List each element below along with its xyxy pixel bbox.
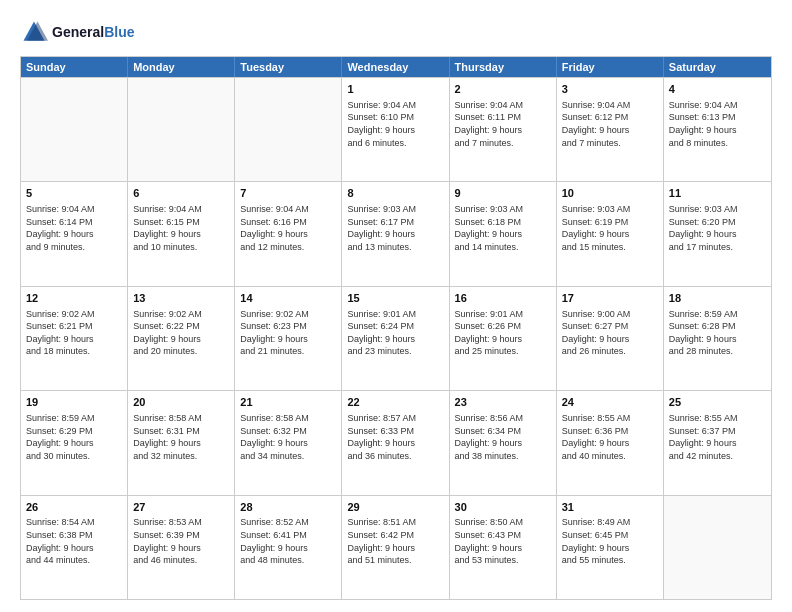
day-info: Sunrise: 8:49 AM Sunset: 6:45 PM Dayligh…	[562, 516, 658, 566]
day-cell-18: 18Sunrise: 8:59 AM Sunset: 6:28 PM Dayli…	[664, 287, 771, 390]
logo: GeneralBlue	[20, 18, 134, 46]
week-row-3: 12Sunrise: 9:02 AM Sunset: 6:21 PM Dayli…	[21, 286, 771, 390]
day-info: Sunrise: 8:55 AM Sunset: 6:37 PM Dayligh…	[669, 412, 766, 462]
day-cell-11: 11Sunrise: 9:03 AM Sunset: 6:20 PM Dayli…	[664, 182, 771, 285]
day-cell-8: 8Sunrise: 9:03 AM Sunset: 6:17 PM Daylig…	[342, 182, 449, 285]
day-number: 23	[455, 395, 551, 410]
day-number: 10	[562, 186, 658, 201]
day-cell-5: 5Sunrise: 9:04 AM Sunset: 6:14 PM Daylig…	[21, 182, 128, 285]
day-number: 5	[26, 186, 122, 201]
day-number: 31	[562, 500, 658, 515]
calendar-header: SundayMondayTuesdayWednesdayThursdayFrid…	[21, 57, 771, 77]
day-cell-22: 22Sunrise: 8:57 AM Sunset: 6:33 PM Dayli…	[342, 391, 449, 494]
day-cell-21: 21Sunrise: 8:58 AM Sunset: 6:32 PM Dayli…	[235, 391, 342, 494]
day-info: Sunrise: 9:03 AM Sunset: 6:17 PM Dayligh…	[347, 203, 443, 253]
page: GeneralBlue SundayMondayTuesdayWednesday…	[0, 0, 792, 612]
day-number: 20	[133, 395, 229, 410]
day-number: 17	[562, 291, 658, 306]
day-info: Sunrise: 9:01 AM Sunset: 6:26 PM Dayligh…	[455, 308, 551, 358]
day-cell-20: 20Sunrise: 8:58 AM Sunset: 6:31 PM Dayli…	[128, 391, 235, 494]
day-cell-4: 4Sunrise: 9:04 AM Sunset: 6:13 PM Daylig…	[664, 78, 771, 181]
calendar-body: 1Sunrise: 9:04 AM Sunset: 6:10 PM Daylig…	[21, 77, 771, 599]
day-info: Sunrise: 9:04 AM Sunset: 6:10 PM Dayligh…	[347, 99, 443, 149]
week-row-4: 19Sunrise: 8:59 AM Sunset: 6:29 PM Dayli…	[21, 390, 771, 494]
day-cell-29: 29Sunrise: 8:51 AM Sunset: 6:42 PM Dayli…	[342, 496, 449, 599]
day-info: Sunrise: 9:03 AM Sunset: 6:18 PM Dayligh…	[455, 203, 551, 253]
day-cell-27: 27Sunrise: 8:53 AM Sunset: 6:39 PM Dayli…	[128, 496, 235, 599]
day-number: 3	[562, 82, 658, 97]
day-info: Sunrise: 8:51 AM Sunset: 6:42 PM Dayligh…	[347, 516, 443, 566]
day-number: 14	[240, 291, 336, 306]
header-day-sunday: Sunday	[21, 57, 128, 77]
day-cell-12: 12Sunrise: 9:02 AM Sunset: 6:21 PM Dayli…	[21, 287, 128, 390]
day-cell-31: 31Sunrise: 8:49 AM Sunset: 6:45 PM Dayli…	[557, 496, 664, 599]
header-day-saturday: Saturday	[664, 57, 771, 77]
day-number: 9	[455, 186, 551, 201]
day-number: 28	[240, 500, 336, 515]
day-info: Sunrise: 9:01 AM Sunset: 6:24 PM Dayligh…	[347, 308, 443, 358]
logo-text: GeneralBlue	[52, 24, 134, 40]
day-cell-30: 30Sunrise: 8:50 AM Sunset: 6:43 PM Dayli…	[450, 496, 557, 599]
day-info: Sunrise: 8:58 AM Sunset: 6:31 PM Dayligh…	[133, 412, 229, 462]
day-info: Sunrise: 8:57 AM Sunset: 6:33 PM Dayligh…	[347, 412, 443, 462]
day-number: 7	[240, 186, 336, 201]
day-info: Sunrise: 8:56 AM Sunset: 6:34 PM Dayligh…	[455, 412, 551, 462]
day-number: 15	[347, 291, 443, 306]
day-info: Sunrise: 9:00 AM Sunset: 6:27 PM Dayligh…	[562, 308, 658, 358]
day-cell-3: 3Sunrise: 9:04 AM Sunset: 6:12 PM Daylig…	[557, 78, 664, 181]
day-number: 30	[455, 500, 551, 515]
day-info: Sunrise: 9:04 AM Sunset: 6:13 PM Dayligh…	[669, 99, 766, 149]
day-cell-13: 13Sunrise: 9:02 AM Sunset: 6:22 PM Dayli…	[128, 287, 235, 390]
day-info: Sunrise: 8:59 AM Sunset: 6:28 PM Dayligh…	[669, 308, 766, 358]
day-number: 6	[133, 186, 229, 201]
logo-icon	[20, 18, 48, 46]
day-cell-1: 1Sunrise: 9:04 AM Sunset: 6:10 PM Daylig…	[342, 78, 449, 181]
day-number: 24	[562, 395, 658, 410]
day-number: 26	[26, 500, 122, 515]
day-info: Sunrise: 9:03 AM Sunset: 6:19 PM Dayligh…	[562, 203, 658, 253]
day-cell-23: 23Sunrise: 8:56 AM Sunset: 6:34 PM Dayli…	[450, 391, 557, 494]
header: GeneralBlue	[20, 18, 772, 46]
header-day-tuesday: Tuesday	[235, 57, 342, 77]
empty-cell	[235, 78, 342, 181]
day-info: Sunrise: 8:50 AM Sunset: 6:43 PM Dayligh…	[455, 516, 551, 566]
day-info: Sunrise: 9:02 AM Sunset: 6:21 PM Dayligh…	[26, 308, 122, 358]
day-number: 13	[133, 291, 229, 306]
day-cell-25: 25Sunrise: 8:55 AM Sunset: 6:37 PM Dayli…	[664, 391, 771, 494]
day-info: Sunrise: 8:59 AM Sunset: 6:29 PM Dayligh…	[26, 412, 122, 462]
day-info: Sunrise: 9:04 AM Sunset: 6:12 PM Dayligh…	[562, 99, 658, 149]
day-cell-10: 10Sunrise: 9:03 AM Sunset: 6:19 PM Dayli…	[557, 182, 664, 285]
day-info: Sunrise: 8:53 AM Sunset: 6:39 PM Dayligh…	[133, 516, 229, 566]
header-day-friday: Friday	[557, 57, 664, 77]
day-number: 11	[669, 186, 766, 201]
day-number: 19	[26, 395, 122, 410]
day-info: Sunrise: 8:54 AM Sunset: 6:38 PM Dayligh…	[26, 516, 122, 566]
empty-cell	[664, 496, 771, 599]
day-number: 29	[347, 500, 443, 515]
day-cell-24: 24Sunrise: 8:55 AM Sunset: 6:36 PM Dayli…	[557, 391, 664, 494]
day-info: Sunrise: 9:03 AM Sunset: 6:20 PM Dayligh…	[669, 203, 766, 253]
day-cell-19: 19Sunrise: 8:59 AM Sunset: 6:29 PM Dayli…	[21, 391, 128, 494]
day-number: 12	[26, 291, 122, 306]
empty-cell	[128, 78, 235, 181]
day-cell-15: 15Sunrise: 9:01 AM Sunset: 6:24 PM Dayli…	[342, 287, 449, 390]
week-row-5: 26Sunrise: 8:54 AM Sunset: 6:38 PM Dayli…	[21, 495, 771, 599]
day-number: 22	[347, 395, 443, 410]
day-info: Sunrise: 9:02 AM Sunset: 6:22 PM Dayligh…	[133, 308, 229, 358]
day-info: Sunrise: 9:04 AM Sunset: 6:11 PM Dayligh…	[455, 99, 551, 149]
week-row-1: 1Sunrise: 9:04 AM Sunset: 6:10 PM Daylig…	[21, 77, 771, 181]
week-row-2: 5Sunrise: 9:04 AM Sunset: 6:14 PM Daylig…	[21, 181, 771, 285]
day-cell-9: 9Sunrise: 9:03 AM Sunset: 6:18 PM Daylig…	[450, 182, 557, 285]
day-number: 8	[347, 186, 443, 201]
day-number: 1	[347, 82, 443, 97]
day-cell-16: 16Sunrise: 9:01 AM Sunset: 6:26 PM Dayli…	[450, 287, 557, 390]
day-number: 4	[669, 82, 766, 97]
day-number: 18	[669, 291, 766, 306]
day-info: Sunrise: 8:52 AM Sunset: 6:41 PM Dayligh…	[240, 516, 336, 566]
empty-cell	[21, 78, 128, 181]
day-cell-17: 17Sunrise: 9:00 AM Sunset: 6:27 PM Dayli…	[557, 287, 664, 390]
day-number: 27	[133, 500, 229, 515]
day-cell-26: 26Sunrise: 8:54 AM Sunset: 6:38 PM Dayli…	[21, 496, 128, 599]
day-number: 21	[240, 395, 336, 410]
calendar: SundayMondayTuesdayWednesdayThursdayFrid…	[20, 56, 772, 600]
